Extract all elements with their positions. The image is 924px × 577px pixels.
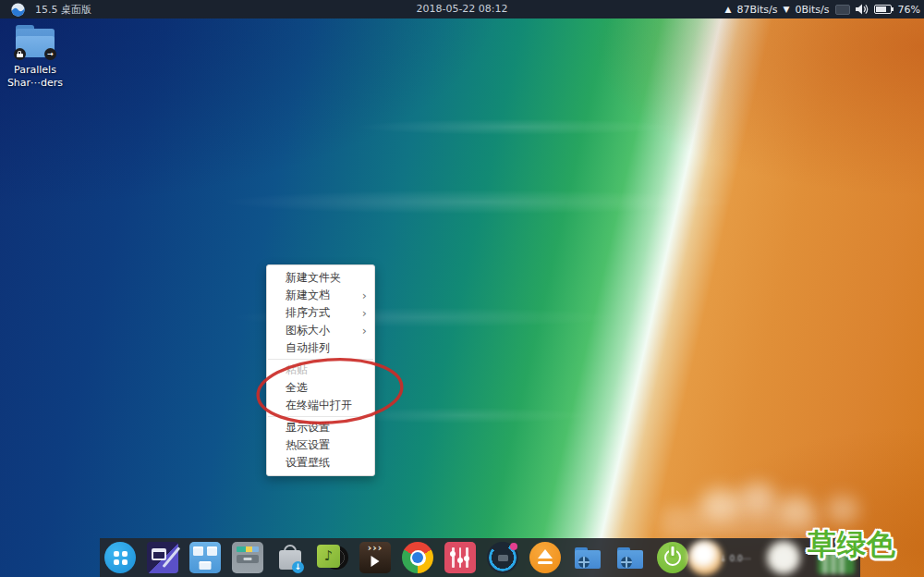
blurred-region [700,488,741,520]
dock-item-chrome[interactable] [402,542,433,573]
dock-item-boot-disk[interactable] [529,542,561,573]
lock-badge-icon [14,48,26,60]
music-icon: ♪ [317,542,348,573]
menu-item-paste: 粘贴 [267,362,374,379]
launcher-icon [104,542,136,573]
draw-icon [147,542,178,573]
dock-item-control-center[interactable] [444,542,476,573]
keyboard-icon[interactable] [835,5,850,15]
menu-item-auto-arrange[interactable]: 自动排列 [267,339,374,357]
menu-item-sort-by[interactable]: 排序方式› [267,304,374,322]
volume-icon[interactable] [856,4,869,15]
submenu-arrow-icon: › [362,322,367,339]
download-speed-label: 0Bits/s [795,4,829,16]
dock-item-launcher[interactable] [104,542,136,573]
desktop-icon-label-line2: Shar⋯ders [6,77,65,90]
menu-item-label: 新建文件夹 [286,271,341,284]
desktop-icon-label-line1: Parallels [6,64,65,77]
folder-icon: → [13,24,57,59]
dock-item-blurred-icon-1[interactable] [689,542,721,573]
menu-item-label: 设置壁纸 [286,456,330,469]
datetime-label[interactable]: 2018-05-22 08:12 [416,0,507,18]
top-panel: 15.5 桌面版 2018-05-22 08:12 ▲ 87Bits/s ▼ 0… [0,0,924,18]
dock-item-movie[interactable]: ››› [359,542,391,573]
boot-disk-icon [529,542,561,573]
app-store-icon: ↓ [274,542,306,573]
watermark-text: 草绿色 [808,525,896,564]
shared-folder-2-icon [614,542,646,573]
menu-item-display-settings[interactable]: 显示设置 [267,419,374,436]
screen-capture-icon [487,542,518,573]
control-center-icon [444,542,476,573]
menu-item-label: 自动排列 [286,341,330,354]
chrome-icon [402,542,433,573]
menu-item-label: 全选 [286,381,308,394]
blurred-region [739,483,776,514]
dock-item-screen-capture[interactable] [487,542,518,573]
dock-item-draw[interactable] [147,542,178,573]
menu-item-label: 在终端中打开 [286,399,352,411]
dock-item-blurred-icon-2[interactable] [768,542,799,573]
context-menu: 新建文件夹新建文档›排序方式›图标大小›自动排列粘贴全选在终端中打开显示设置热区… [266,264,375,476]
submenu-arrow-icon: › [362,304,367,322]
menu-item-select-all[interactable]: 全选 [267,379,374,397]
dock-item-shared-folder-1[interactable] [572,542,603,573]
menu-item-set-wallpaper[interactable]: 设置壁纸 [267,454,374,472]
dock-item-shutdown[interactable] [657,542,688,573]
menu-item-label: 排序方式 [286,306,330,319]
shared-folder-1-icon [572,542,603,573]
menu-separator [268,416,373,417]
desktop-icon-parallels-shared-folders[interactable]: → Parallels Shar⋯ders [6,24,65,90]
menu-item-label: 粘贴 [286,363,308,376]
menu-separator [268,359,373,360]
menu-item-open-in-terminal[interactable]: 在终端中打开 [267,397,374,414]
blurred-speed-text: ↓ 0.0⋯ [720,554,751,563]
menu-item-new-folder[interactable]: 新建文件夹 [267,269,374,287]
menu-item-icon-size[interactable]: 图标大小› [267,322,374,339]
dock-item-music[interactable]: ♪ [317,542,348,573]
menu-item-label: 图标大小 [286,324,330,337]
desktop-screen: 15.5 桌面版 2018-05-22 08:12 ▲ 87Bits/s ▼ 0… [0,0,924,577]
shortcut-arrow-badge-icon: → [44,48,56,60]
dock-item-multitasking[interactable] [189,542,221,573]
blurred-icon-1-icon [687,540,723,575]
menu-item-label: 新建文档 [286,288,330,301]
shutdown-icon [657,542,688,573]
dock-item-shared-folder-2[interactable] [614,542,646,573]
upload-speed-label: 87Bits/s [736,4,777,16]
blurred-region [826,496,859,523]
deepin-logo-icon[interactable] [11,3,25,17]
dock-item-file-manager[interactable] [232,542,263,573]
blurred-icon-2-icon [767,541,800,574]
file-manager-icon [232,542,263,573]
upload-arrow-icon: ▲ [725,0,732,18]
menu-item-hot-corner-settings[interactable]: 热区设置 [267,436,374,454]
menu-item-label: 热区设置 [286,438,330,451]
blurred-region [778,494,813,523]
multitasking-icon [189,542,221,573]
download-arrow-icon: ▼ [784,0,790,18]
battery-icon[interactable] [874,5,892,14]
battery-percent-label: 76% [898,4,920,16]
movie-icon: ››› [359,542,391,573]
menu-item-new-document[interactable]: 新建文档› [267,287,374,304]
menu-item-label: 显示设置 [286,421,330,434]
wallpaper[interactable] [0,0,924,577]
dock-item-app-store[interactable]: ↓ [274,542,306,573]
submenu-arrow-icon: › [362,287,367,304]
os-version-label: 15.5 桌面版 [35,3,91,17]
